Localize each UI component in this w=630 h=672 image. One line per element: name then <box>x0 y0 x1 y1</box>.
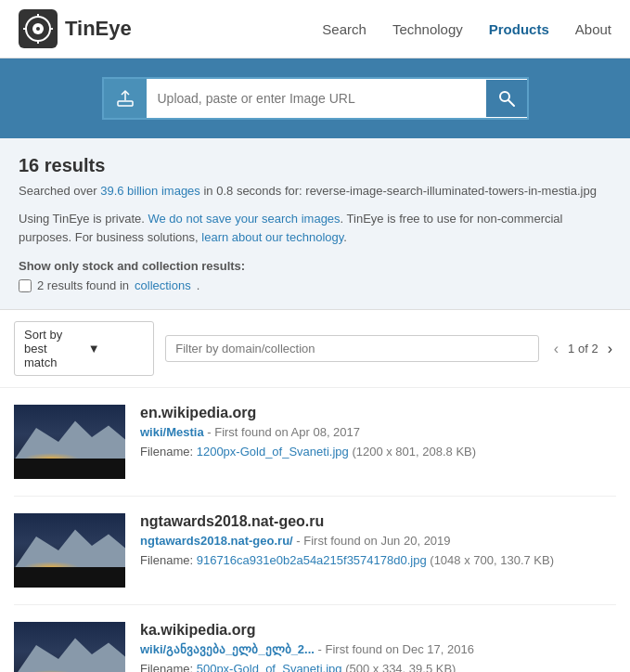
stock-filter-label: Show only stock and collection results: <box>19 259 611 273</box>
result-thumbnail <box>14 513 125 588</box>
page-info: 1 of 2 <box>568 342 598 355</box>
collections-end: . <box>197 278 200 292</box>
prev-page-button[interactable]: ‹ <box>550 339 562 359</box>
logo-text: TinEye <box>65 17 132 41</box>
result-info: ngtawards2018.nat-geo.ru ngtawards2018.n… <box>140 513 616 567</box>
sort-dropdown[interactable]: Sort by best match ▼ <box>14 321 154 376</box>
page-of: of <box>578 342 591 355</box>
privacy-line1: Using TinEye is private. <box>19 212 148 226</box>
filename-link[interactable]: 500px-Gold_of_Svaneti.jpg <box>197 662 342 672</box>
results-list: en.wikipedia.org wiki/Mestia - First fou… <box>0 388 630 672</box>
upload-button[interactable] <box>104 79 147 118</box>
logo[interactable]: TinEye <box>19 9 322 48</box>
page-total: 2 <box>591 342 598 355</box>
result-item: ka.wikipedia.org wiki/განვავება_ელბ_ელბ_… <box>14 605 616 672</box>
result-dims: (1200 x 801, 208.8 KB) <box>349 445 476 459</box>
filename-link[interactable]: 916716ca931e0b2a54a215f3574178d0.jpg <box>197 553 427 567</box>
tineye-logo-icon <box>19 9 58 48</box>
result-filename: Filename: 916716ca931e0b2a54a215f3574178… <box>140 553 616 567</box>
search-input[interactable] <box>147 82 486 115</box>
learn-technology-link[interactable]: learn about our technology <box>201 230 343 244</box>
result-dims: (500 x 334, 39.5 KB) <box>342 662 456 672</box>
results-section: 16 results Searched over 39.6 billion im… <box>0 138 630 310</box>
found-date: - First found on Jun 20, 2019 <box>296 534 450 548</box>
dropdown-chevron-icon: ▼ <box>88 342 145 355</box>
search-bar <box>102 77 529 120</box>
controls-bar: Sort by best match ▼ ‹ 1 of 2 › <box>0 310 630 388</box>
collections-checkbox[interactable] <box>19 279 32 292</box>
svg-rect-8 <box>118 101 133 106</box>
result-domain: en.wikipedia.org <box>140 405 616 421</box>
filename-link[interactable]: 1200px-Gold_of_Svaneti.jpg <box>197 445 349 459</box>
result-domain: ka.wikipedia.org <box>140 622 616 639</box>
collections-count-text: 2 results found in <box>37 278 129 292</box>
results-count: 16 results <box>19 155 611 176</box>
pagination: ‹ 1 of 2 › <box>550 339 616 359</box>
main-nav: Search Technology Products About <box>322 21 611 37</box>
search-info-prefix: Searched over <box>19 184 100 198</box>
privacy-info: Using TinEye is private. We do not save … <box>19 210 611 249</box>
collections-link[interactable]: collections <box>135 278 191 292</box>
filename-label: Filename: <box>140 445 197 459</box>
header: TinEye Search Technology Products About <box>0 0 630 58</box>
nav-products[interactable]: Products <box>489 21 549 37</box>
privacy-end: . <box>343 230 347 244</box>
result-dims: (1048 x 700, 130.7 KB) <box>427 553 554 567</box>
stock-filter: Show only stock and collection results: … <box>19 259 611 292</box>
upload-icon <box>115 88 135 109</box>
nav-about[interactable]: About <box>575 21 611 37</box>
filter-input[interactable] <box>165 335 539 362</box>
page-current: 1 <box>568 342 574 355</box>
svg-point-3 <box>36 27 40 31</box>
svg-line-10 <box>508 100 514 106</box>
result-filename: Filename: 1200px-Gold_of_Svaneti.jpg (12… <box>140 445 616 459</box>
result-info: ka.wikipedia.org wiki/განვავება_ელბ_ელბ_… <box>140 622 616 672</box>
search-info-mid: in 0.8 seconds for: reverse-image-search… <box>200 184 597 198</box>
collections-checkbox-row: 2 results found in collections. <box>19 278 611 292</box>
billion-images-link[interactable]: 39.6 billion images <box>100 184 200 198</box>
found-date: - First found on Apr 08, 2017 <box>207 425 360 439</box>
result-path: wiki/Mestia - First found on Apr 08, 201… <box>140 425 616 439</box>
result-thumbnail <box>14 622 125 672</box>
found-date: - First found on Dec 17, 2016 <box>318 642 474 656</box>
filename-label: Filename: <box>140 553 197 567</box>
result-item: en.wikipedia.org wiki/Mestia - First fou… <box>14 388 616 497</box>
result-info: en.wikipedia.org wiki/Mestia - First fou… <box>140 405 616 459</box>
nav-technology[interactable]: Technology <box>392 21 463 37</box>
result-path-link[interactable]: wiki/Mestia <box>140 425 204 439</box>
search-button[interactable] <box>486 80 527 117</box>
result-path: ngtawards2018.nat-geo.ru/ - First found … <box>140 534 616 548</box>
result-path-link[interactable]: ngtawards2018.nat-geo.ru/ <box>140 534 293 548</box>
nav-search[interactable]: Search <box>322 21 366 37</box>
search-icon <box>497 89 516 108</box>
filename-label: Filename: <box>140 662 197 672</box>
result-path: wiki/განვავება_ელბ_ელბ_2... - First foun… <box>140 642 616 656</box>
result-item: ngtawards2018.nat-geo.ru ngtawards2018.n… <box>14 497 616 605</box>
result-thumbnail <box>14 405 125 479</box>
result-domain: ngtawards2018.nat-geo.ru <box>140 513 616 530</box>
sort-label: Sort by best match <box>24 328 81 369</box>
next-page-button[interactable]: › <box>604 339 616 359</box>
no-save-link[interactable]: We do not save your search images <box>148 212 340 226</box>
result-filename: Filename: 500px-Gold_of_Svaneti.jpg (500… <box>140 662 616 672</box>
result-path-link[interactable]: wiki/განვავება_ელბ_ელბ_2... <box>140 642 315 656</box>
search-info: Searched over 39.6 billion images in 0.8… <box>19 182 611 200</box>
search-section <box>0 58 630 138</box>
